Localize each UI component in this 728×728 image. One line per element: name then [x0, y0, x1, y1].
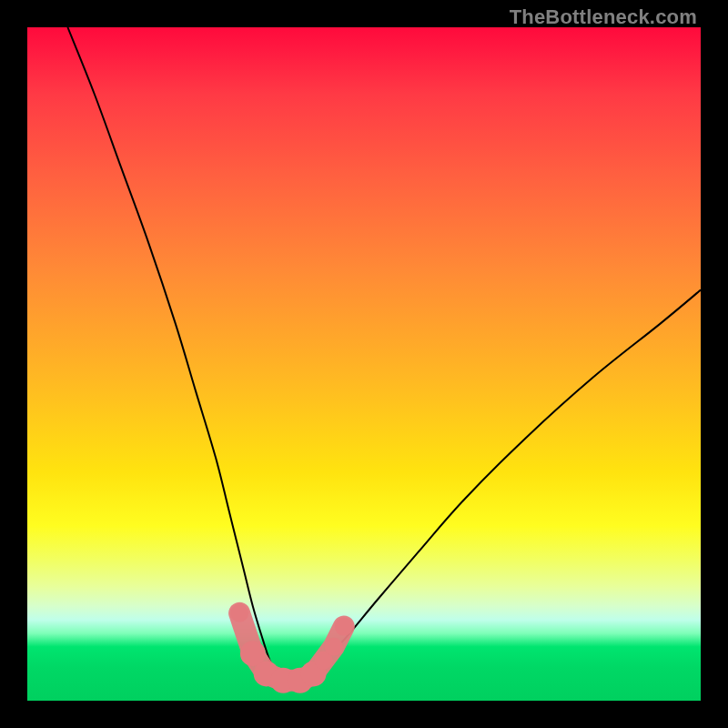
curve-path [67, 27, 701, 682]
chart-plot-area [27, 27, 701, 701]
outer-frame: TheBottleneck.com [0, 0, 728, 728]
marker-dot [230, 604, 248, 622]
chart-svg [27, 27, 701, 701]
highlight-markers [230, 604, 353, 693]
watermark-text: TheBottleneck.com [510, 5, 697, 29]
marker-dot [325, 638, 343, 656]
marker-dot [335, 618, 353, 636]
bottleneck-curve [67, 27, 701, 682]
